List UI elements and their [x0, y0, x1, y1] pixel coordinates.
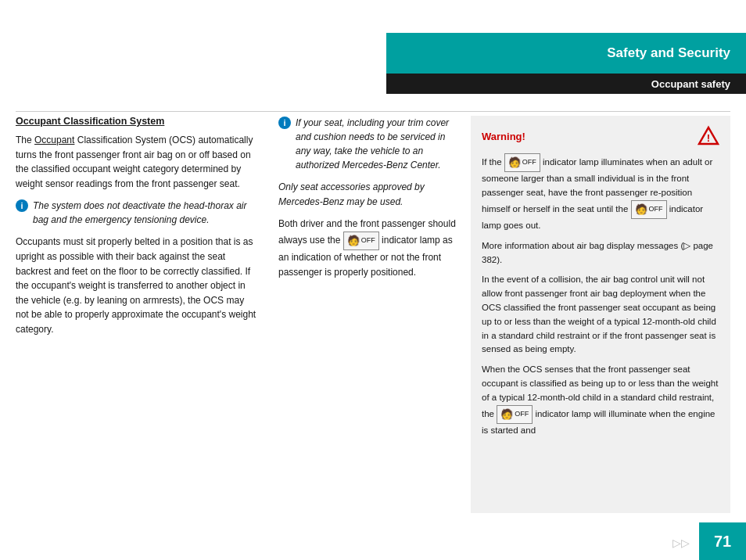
warning-triangle-icon: !: [698, 125, 719, 147]
warning-header: Warning! !: [482, 125, 719, 147]
info-block-2: i If your seat, including your trim cove…: [278, 116, 458, 172]
info-block-1: i The system does not deactivate the hea…: [16, 199, 258, 227]
mid-para-both: Both driver and the front passenger shou…: [278, 217, 458, 279]
divider: [16, 111, 730, 112]
left-para2: Occupants must sit properly belted in a …: [16, 235, 258, 336]
warning-para4: When the OCS senses that the front passe…: [482, 363, 719, 437]
warning-title: Warning!: [482, 131, 525, 142]
info-icon-2: i: [278, 117, 291, 129]
warning-box: Warning! ! If the 🧑 OFF indicator lamp i…: [471, 116, 730, 513]
info-text-2: If your seat, including your trim cover …: [296, 116, 458, 172]
indicator-lamp-warn2: 🧑 OFF: [631, 200, 667, 219]
info-icon-1: i: [16, 199, 28, 212]
header-black-subtitle: Occupant safety: [651, 78, 730, 90]
left-column: Occupant Classification System The Occup…: [16, 116, 266, 513]
indicator-lamp-warn1: 🧑 OFF: [504, 153, 540, 172]
indicator-lamp-warn3: 🧑 OFF: [497, 405, 533, 424]
mid-column: i If your seat, including your trim cove…: [278, 116, 458, 513]
svg-text:!: !: [707, 132, 710, 144]
warning-para3: In the event of a collision, the air bag…: [482, 273, 719, 357]
info-text-1: The system does not deactivate the head-…: [33, 199, 258, 227]
indicator-lamp-mid: 🧑 OFF: [343, 232, 379, 250]
main-content: Occupant Classification System The Occup…: [0, 116, 746, 513]
continue-arrow: ▷▷: [672, 537, 690, 549]
page-number: 71: [714, 533, 731, 551]
warning-para1: If the 🧑 OFF indicator lamp illuminates …: [482, 153, 719, 233]
header-black-bar: Occupant safety: [386, 74, 746, 94]
section-title: Occupant Classification System: [16, 116, 258, 127]
left-para1: The Occupant Classification System (OCS)…: [16, 133, 258, 191]
header-teal-title: Safety and Security: [607, 45, 730, 61]
page-footer: 71: [699, 522, 746, 560]
mid-para-approved: Only seat accessories approved by Merced…: [278, 180, 458, 209]
warning-para2: More information about air bag display m…: [482, 239, 719, 267]
header-teal-bar: Safety and Security: [386, 33, 746, 74]
